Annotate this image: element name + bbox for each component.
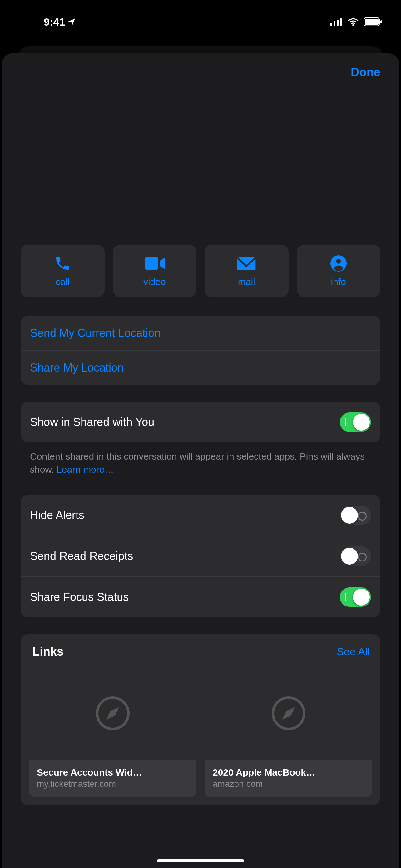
safari-compass-icon xyxy=(270,694,307,732)
focus-status-cell: Share Focus Status xyxy=(21,577,380,617)
shared-with-you-toggle[interactable] xyxy=(340,412,371,432)
status-bar: 9:41 xyxy=(0,0,401,44)
links-section: Links See All Secure Accounts Wid… my.ti… xyxy=(21,634,380,805)
info-button[interactable]: info xyxy=(297,245,381,297)
status-right xyxy=(330,18,382,26)
send-current-location-cell[interactable]: Send My Current Location xyxy=(21,316,380,350)
location-arrow-icon xyxy=(67,18,76,26)
read-receipts-cell: Send Read Receipts xyxy=(21,536,380,577)
call-button[interactable]: call xyxy=(21,245,105,297)
person-circle-icon xyxy=(330,255,347,272)
focus-status-label: Share Focus Status xyxy=(30,591,129,604)
svg-rect-3 xyxy=(340,18,342,26)
mail-button[interactable]: mail xyxy=(205,245,289,297)
cellular-icon xyxy=(330,18,343,26)
status-time: 9:41 xyxy=(44,16,76,28)
safari-compass-icon xyxy=(94,694,132,732)
link-card[interactable]: Secure Accounts Wid… my.ticketmaster.com xyxy=(29,666,196,797)
hide-alerts-cell: Hide Alerts xyxy=(21,495,380,536)
video-button[interactable]: video xyxy=(113,245,197,297)
link-domain: my.ticketmaster.com xyxy=(37,779,188,789)
links-title: Links xyxy=(32,645,63,658)
focus-status-toggle[interactable] xyxy=(340,587,371,607)
conversation-settings-group: Hide Alerts Send Read Receipts Share Foc… xyxy=(21,495,380,617)
call-label: call xyxy=(56,277,70,287)
send-current-location-label: Send My Current Location xyxy=(30,327,161,340)
video-label: video xyxy=(143,277,166,287)
hide-alerts-label: Hide Alerts xyxy=(30,509,84,522)
svg-point-9 xyxy=(336,259,341,264)
shared-with-you-label: Show in Shared with You xyxy=(30,415,154,429)
shared-with-you-group: Show in Shared with You xyxy=(21,402,380,442)
info-label: info xyxy=(331,277,346,287)
battery-icon xyxy=(364,18,382,26)
shared-with-you-cell: Show in Shared with You xyxy=(21,402,380,442)
links-row: Secure Accounts Wid… my.ticketmaster.com… xyxy=(29,666,372,797)
read-receipts-label: Send Read Receipts xyxy=(30,550,133,563)
svg-rect-1 xyxy=(334,21,335,26)
share-my-location-label: Share My Location xyxy=(30,361,124,374)
link-title: Secure Accounts Wid… xyxy=(37,767,188,778)
link-title: 2020 Apple MacBook… xyxy=(213,767,364,778)
link-card[interactable]: 2020 Apple MacBook… amazon.com xyxy=(205,666,372,797)
phone-icon xyxy=(54,255,71,272)
status-time-text: 9:41 xyxy=(44,16,65,28)
mail-icon xyxy=(237,256,256,270)
wifi-icon xyxy=(347,18,359,26)
contact-detail-sheet: Done call video mail xyxy=(2,53,399,868)
done-button[interactable]: Done xyxy=(351,66,380,79)
read-receipts-toggle[interactable] xyxy=(340,547,371,566)
location-group: Send My Current Location Share My Locati… xyxy=(21,316,380,385)
link-preview xyxy=(205,666,372,760)
contact-header-area xyxy=(2,82,399,245)
links-see-all-button[interactable]: See All xyxy=(337,646,370,658)
svg-rect-5 xyxy=(365,19,378,25)
mail-label: mail xyxy=(238,277,255,287)
header-row: Done xyxy=(2,53,399,82)
hide-alerts-toggle[interactable] xyxy=(340,505,371,525)
shared-with-you-footer: Content shared in this conversation will… xyxy=(21,450,380,476)
home-indicator[interactable] xyxy=(157,859,244,862)
share-my-location-cell[interactable]: Share My Location xyxy=(21,350,380,385)
link-meta: 2020 Apple MacBook… amazon.com xyxy=(205,760,372,797)
action-buttons-row: call video mail info xyxy=(21,245,380,297)
link-meta: Secure Accounts Wid… my.ticketmaster.com xyxy=(29,760,196,797)
learn-more-link[interactable]: Learn more… xyxy=(57,464,114,475)
video-icon xyxy=(144,256,165,270)
svg-rect-2 xyxy=(337,20,338,26)
link-domain: amazon.com xyxy=(213,779,364,789)
svg-rect-0 xyxy=(330,23,332,26)
links-header: Links See All xyxy=(29,645,372,666)
svg-rect-6 xyxy=(380,20,382,24)
svg-rect-7 xyxy=(144,256,158,270)
link-preview xyxy=(29,666,196,760)
